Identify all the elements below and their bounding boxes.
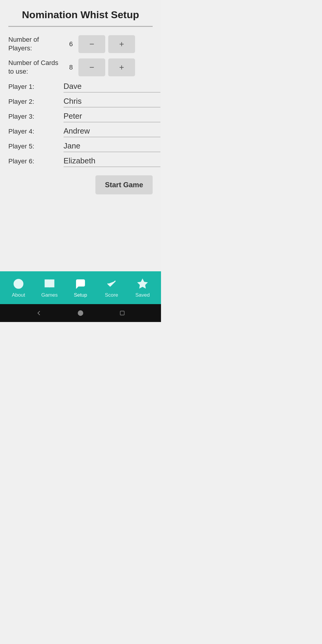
player-2-input[interactable] [64,97,160,107]
players-increment-button[interactable]: + [108,35,135,53]
players-stepper: − + [78,35,135,53]
players-label: Number of Players: [8,35,64,52]
start-game-button[interactable]: Start Game [95,175,153,194]
players-config-row: Number of Players: 6 − + [8,35,153,53]
player-5-label: Player 5: [8,143,64,152]
player-1-row: Player 1: [8,82,153,92]
nav-setup[interactable]: Setup [65,277,96,298]
player-3-label: Player 3: [8,113,64,122]
cards-decrement-button[interactable]: − [78,58,105,76]
home-button[interactable] [76,309,85,317]
player-5-input[interactable] [64,141,160,152]
cards-stepper: − + [78,58,135,76]
nav-games-label: Games [41,292,58,298]
player-6-row: Player 6: [8,156,153,167]
nav-games[interactable]: Games [34,277,65,298]
bottom-nav: About Games Setup [0,271,161,304]
player-5-row: Player 5: [8,141,153,152]
nav-saved[interactable]: Saved [127,277,158,298]
svg-point-11 [78,310,83,316]
cards-value: 8 [64,64,78,71]
player-1-label: Player 1: [8,83,64,92]
player-1-input[interactable] [64,82,160,92]
book-icon [43,277,56,290]
player-2-label: Player 2: [8,98,64,107]
player-4-row: Player 4: [8,126,153,137]
android-system-bar [0,304,161,322]
start-game-row: Start Game [8,175,153,194]
player-6-input[interactable] [64,156,160,167]
svg-point-9 [81,282,83,284]
svg-marker-10 [138,279,147,288]
player-2-row: Player 2: [8,97,153,107]
nav-score-label: Score [105,292,118,298]
recents-button[interactable] [118,309,126,317]
nav-about[interactable]: About [3,277,34,298]
title-divider [8,26,153,27]
back-button[interactable] [35,309,43,317]
player-3-row: Player 3: [8,112,153,122]
page-title: Nomination Whist Setup [8,9,153,21]
nav-about-label: About [12,292,25,298]
cards-increment-button[interactable]: + [108,58,135,76]
players-decrement-button[interactable]: − [78,35,105,53]
cards-label: Number of Cards to use: [8,59,64,76]
player-3-input[interactable] [64,112,160,122]
players-value: 6 [64,40,78,48]
cards-config-row: Number of Cards to use: 8 − + [8,58,153,76]
star-icon [136,277,149,290]
player-fields: Player 1:Player 2:Player 3:Player 4:Play… [8,82,153,167]
nav-saved-label: Saved [135,292,150,298]
nav-setup-label: Setup [74,292,87,298]
info-icon [12,277,25,290]
chat-icon [74,277,87,290]
player-4-label: Player 4: [8,128,64,137]
nav-score[interactable]: Score [96,277,127,298]
player-4-input[interactable] [64,126,160,137]
player-6-label: Player 6: [8,157,64,167]
svg-rect-12 [120,311,124,315]
check-icon [105,277,118,290]
